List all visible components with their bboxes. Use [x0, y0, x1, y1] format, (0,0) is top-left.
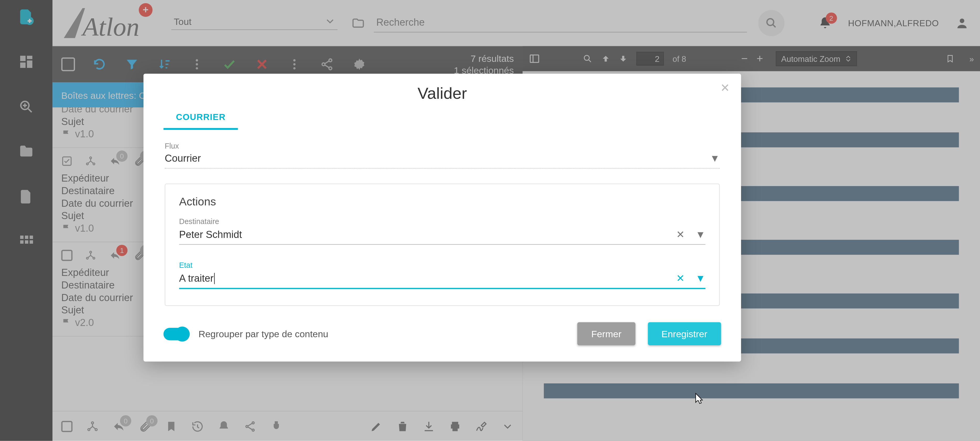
validate-dialog: Valider ✕ COURRIER Flux Courrier ▼ Actio…: [143, 74, 741, 362]
group-by-toggle[interactable]: [164, 328, 188, 340]
actions-panel: Actions Destinataire Peter Schmidt ✕ ▼ E…: [165, 184, 720, 306]
flux-select[interactable]: Courrier ▼: [165, 151, 720, 168]
etat-label: Etat: [179, 261, 705, 270]
chevron-down-icon: ▼: [696, 229, 706, 240]
group-by-label: Regrouper par type de contenu: [199, 328, 328, 339]
flux-label: Flux: [165, 142, 720, 151]
chevron-down-icon: ▼: [696, 273, 706, 284]
destinataire-label: Destinataire: [179, 217, 705, 226]
close-button[interactable]: Fermer: [578, 322, 635, 345]
destinataire-select[interactable]: Peter Schmidt ✕ ▼: [179, 226, 705, 245]
close-icon[interactable]: ✕: [720, 81, 730, 95]
tab-courrier[interactable]: COURRIER: [164, 107, 238, 130]
clear-icon[interactable]: ✕: [676, 228, 684, 240]
dialog-tabs: COURRIER: [143, 107, 741, 130]
clear-icon[interactable]: ✕: [676, 272, 684, 284]
chevron-down-icon: ▼: [710, 153, 720, 164]
dialog-title: Valider: [143, 84, 741, 103]
etat-select[interactable]: A traiter ✕ ▼: [179, 270, 705, 289]
save-button[interactable]: Enregistrer: [648, 322, 721, 345]
flux-value: Courrier: [165, 153, 201, 164]
destinataire-value: Peter Schmidt: [179, 229, 242, 240]
actions-panel-title: Actions: [179, 195, 705, 209]
etat-value: A traiter: [179, 273, 213, 284]
